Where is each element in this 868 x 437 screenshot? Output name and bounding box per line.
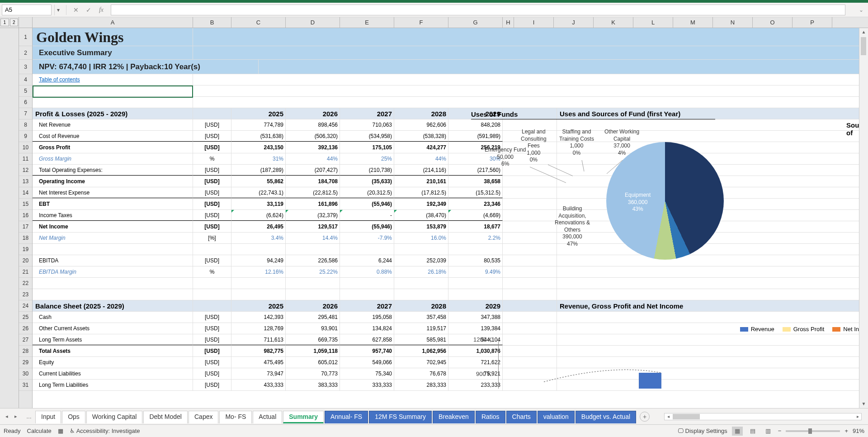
row-head-27[interactable]: 27: [19, 334, 32, 346]
row-head-23[interactable]: 23: [19, 289, 32, 300]
new-sheet-button[interactable]: +: [640, 412, 650, 422]
row-head-28[interactable]: 28: [19, 346, 32, 357]
formula-expand-icon[interactable]: ⌄: [848, 7, 866, 13]
row-head-4[interactable]: 4: [19, 74, 32, 86]
sheet-tab-ops[interactable]: Ops: [62, 411, 85, 423]
fx-icon[interactable]: fx: [96, 5, 106, 15]
outline-level-1[interactable]: 1: [0, 19, 9, 26]
col-C[interactable]: C: [231, 17, 286, 28]
sheet-tab-12m-fs-summary[interactable]: 12M FS Summary: [369, 411, 432, 423]
cell-A5[interactable]: [33, 86, 193, 96]
col-K[interactable]: K: [594, 17, 633, 28]
sheet-tab-annual-fs[interactable]: Annual- FS: [325, 411, 368, 423]
zoom-slider[interactable]: [786, 430, 840, 432]
col-A[interactable]: A: [33, 17, 193, 28]
name-box-dropdown[interactable]: ▾: [54, 5, 61, 15]
outline-level-2[interactable]: 2: [10, 19, 19, 26]
horizontal-scrollbar[interactable]: ◂ ▸: [664, 413, 862, 420]
tab-nav-prev-icon[interactable]: ▸: [12, 412, 20, 421]
row-head-30[interactable]: 30: [19, 368, 32, 380]
hscroll-left-icon[interactable]: ◂: [665, 414, 672, 419]
col-H[interactable]: H: [503, 17, 514, 28]
sheet-tab-debt-model[interactable]: Debt Model: [143, 411, 188, 423]
zoom-out-button[interactable]: −: [778, 428, 782, 434]
sheet-tab-charts[interactable]: Charts: [506, 411, 537, 423]
sheet-tab-capex[interactable]: Capex: [189, 411, 218, 423]
macro-record-icon[interactable]: ▦: [58, 428, 63, 434]
name-box[interactable]: A5: [2, 5, 52, 15]
sheet-tab-summary[interactable]: Summary: [283, 411, 324, 423]
row-head-16[interactable]: 16: [19, 210, 32, 221]
col-M[interactable]: M: [673, 17, 713, 28]
toc-link[interactable]: Table of contents: [33, 74, 193, 85]
view-page-layout-icon[interactable]: ▤: [747, 427, 758, 436]
tab-ellipsis[interactable]: …: [24, 413, 34, 420]
row-head-19[interactable]: 19: [19, 244, 32, 255]
zoom-in-button[interactable]: +: [844, 428, 848, 434]
row-head-1[interactable]: 1: [19, 28, 32, 46]
row-head-7[interactable]: 7: [19, 108, 32, 119]
bs-val-2-1: 669,735: [286, 334, 340, 345]
formula-input[interactable]: [111, 5, 845, 15]
scroll-up-icon[interactable]: ▲: [859, 28, 868, 36]
accessibility-status[interactable]: ♿︎ Accessibility: Investigate: [70, 428, 140, 434]
zoom-level[interactable]: 91%: [853, 428, 864, 434]
col-D[interactable]: D: [286, 17, 340, 28]
row-head-10[interactable]: 10: [19, 142, 32, 153]
hscroll-right-icon[interactable]: ▸: [854, 414, 861, 419]
row-head-8[interactable]: 8: [19, 119, 32, 131]
col-P[interactable]: P: [793, 17, 832, 28]
sheet-tab-valuation[interactable]: valuation: [538, 411, 575, 423]
col-I[interactable]: I: [514, 17, 554, 28]
cancel-icon[interactable]: ✕: [71, 5, 81, 15]
scroll-down-icon[interactable]: ▼: [859, 400, 868, 408]
row-head-21[interactable]: 21: [19, 266, 32, 278]
sheet-tab-ratios[interactable]: Ratios: [476, 411, 505, 423]
col-L[interactable]: L: [633, 17, 673, 28]
vertical-scrollbar[interactable]: ▲ ▼: [859, 28, 868, 408]
row-head-9[interactable]: 9: [19, 131, 32, 142]
tab-nav-first-icon[interactable]: ◂: [3, 412, 11, 421]
row-head-26[interactable]: 26: [19, 323, 32, 334]
col-F[interactable]: F: [394, 17, 448, 28]
hscroll-thumb[interactable]: [673, 414, 700, 419]
row-head-24[interactable]: 24: [19, 300, 32, 312]
col-E[interactable]: E: [340, 17, 394, 28]
row-head-25[interactable]: 25: [19, 312, 32, 323]
row-head-14[interactable]: 14: [19, 187, 32, 199]
row-head-29[interactable]: 29: [19, 357, 32, 368]
sheet-tab-budget-vs-actual[interactable]: Budget vs. Actual: [576, 411, 636, 423]
row-head-11[interactable]: 11: [19, 153, 32, 165]
confirm-icon[interactable]: ✓: [84, 5, 94, 15]
sheet-tab-actual[interactable]: Actual: [253, 411, 282, 423]
col-G[interactable]: G: [448, 17, 503, 28]
sheet-tab-working-capital[interactable]: Working Capital: [86, 411, 143, 423]
sheet-tab-mo-fs[interactable]: Mo- FS: [219, 411, 252, 423]
row-head-17[interactable]: 17: [19, 221, 32, 233]
row-head-31[interactable]: 31: [19, 380, 32, 391]
select-all-corner[interactable]: [19, 17, 33, 28]
col-B[interactable]: B: [193, 17, 231, 28]
row-head-13[interactable]: 13: [19, 176, 32, 187]
col-O[interactable]: O: [753, 17, 793, 28]
view-page-break-icon[interactable]: ▥: [763, 427, 774, 436]
row-head-2[interactable]: 2: [19, 46, 32, 60]
row-head-6[interactable]: 6: [19, 97, 32, 108]
view-normal-icon[interactable]: ▦: [732, 427, 743, 436]
vscroll-thumb[interactable]: [861, 37, 866, 55]
row-head-12[interactable]: 12: [19, 165, 32, 176]
row-head-18[interactable]: 18: [19, 233, 32, 244]
col-N[interactable]: N: [713, 17, 753, 28]
col-J[interactable]: J: [554, 17, 594, 28]
row-head-3[interactable]: 3: [19, 60, 32, 74]
row-head-22[interactable]: 22: [19, 278, 32, 289]
row-head-15[interactable]: 15: [19, 199, 32, 210]
display-settings[interactable]: 🖵 Display Settings: [678, 428, 727, 434]
zoom-thumb[interactable]: [808, 428, 812, 434]
row-head-5[interactable]: 5: [19, 86, 32, 97]
cells[interactable]: Golden Wings Executive Summary NPV: 674,…: [33, 28, 868, 408]
row-head-20[interactable]: 20: [19, 255, 32, 266]
sheet-tab-input[interactable]: Input: [35, 411, 61, 423]
sheet-tab-breakeven[interactable]: Breakeven: [433, 411, 475, 423]
status-calculate[interactable]: Calculate: [27, 428, 52, 434]
